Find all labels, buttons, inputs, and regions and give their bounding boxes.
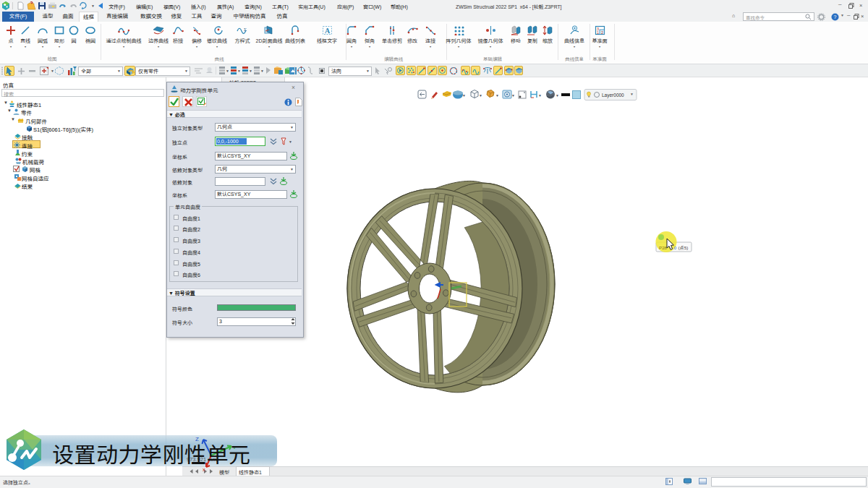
svg-text:▼: ▼ [479, 93, 482, 98]
svg-text:2: 2 [601, 30, 603, 35]
svg-text:Σ: Σ [244, 27, 247, 33]
svg-text:Layer0000: Layer0000 [602, 93, 624, 98]
svg-text:▼: ▼ [511, 93, 515, 98]
svg-text:▼: ▼ [495, 93, 499, 98]
svg-text:(点5): (点5) [678, 245, 689, 250]
svg-text:1: 1 [597, 30, 599, 35]
svg-text:P28: P28 [659, 245, 668, 250]
svg-text:▼: ▼ [462, 93, 466, 98]
svg-text:▼: ▼ [538, 93, 542, 98]
svg-text:?: ? [834, 14, 837, 20]
svg-text:▼: ▼ [556, 93, 559, 98]
